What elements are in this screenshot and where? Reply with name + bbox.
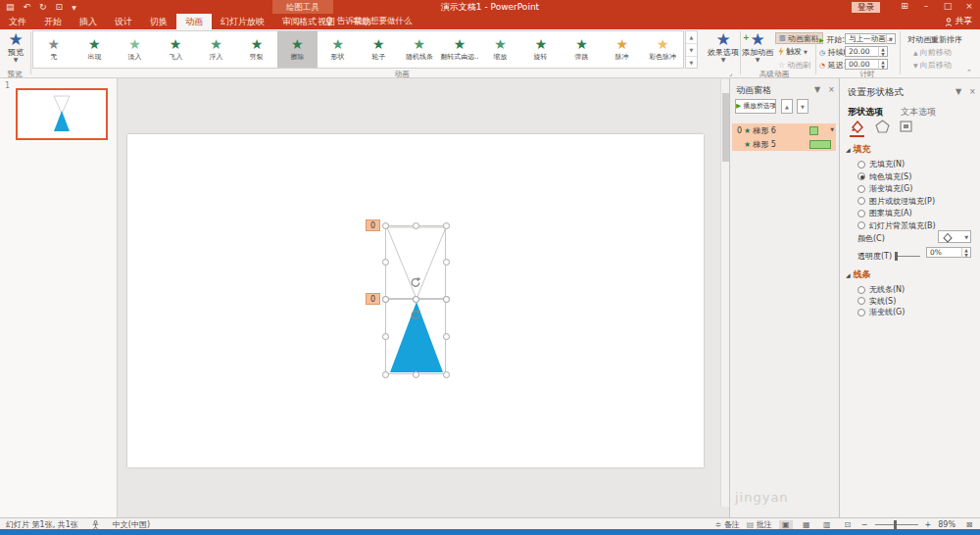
selection-handle[interactable] bbox=[413, 222, 419, 229]
zoom-level[interactable]: 89% bbox=[938, 520, 956, 529]
language-indicator[interactable]: 中文(中国) bbox=[113, 519, 150, 530]
zoom-in-icon[interactable]: + bbox=[925, 520, 932, 529]
gallery-scroll-up-icon[interactable]: ▲ bbox=[686, 31, 697, 44]
selection-handle[interactable] bbox=[382, 259, 389, 266]
preview-button[interactable]: ★ 预览 ▼ bbox=[2, 31, 29, 63]
collapse-ribbon-icon[interactable]: ⌃ bbox=[966, 69, 972, 76]
reorder-down-button[interactable]: ▼ bbox=[797, 99, 808, 114]
play-selected-button[interactable]: ▶ 播放所选项 bbox=[735, 99, 776, 114]
fit-to-window-icon[interactable]: ⊠ bbox=[962, 520, 976, 529]
normal-view-button[interactable]: ▣ bbox=[779, 520, 793, 529]
gallery-scroll-down-icon[interactable]: ▼ bbox=[686, 44, 697, 57]
transparency-slider-thumb[interactable] bbox=[895, 252, 898, 261]
duration-spinner[interactable]: ▲▼ bbox=[878, 47, 887, 57]
fill-option[interactable]: 纯色填充(S) bbox=[858, 171, 911, 182]
tab-幻灯片放映[interactable]: 幻灯片放映 bbox=[212, 14, 273, 29]
gallery-more-icon[interactable]: ▼ bbox=[686, 57, 697, 69]
animation-effect-形状[interactable]: ★形状 bbox=[318, 31, 358, 68]
rotate-handle-icon[interactable] bbox=[410, 309, 421, 320]
trigger-button[interactable]: 触发▼ bbox=[778, 46, 808, 57]
animation-effect-劈裂[interactable]: ★劈裂 bbox=[236, 31, 276, 68]
animation-effect-弹跳[interactable]: ★弹跳 bbox=[562, 31, 602, 68]
animation-effect-彩色脉冲[interactable]: ★彩色脉冲 bbox=[643, 31, 683, 68]
comments-button[interactable]: ▤ 批注 bbox=[747, 519, 772, 530]
fill-line-icon[interactable] bbox=[850, 120, 864, 137]
fill-option[interactable]: 图片或纹理填充(P) bbox=[858, 196, 935, 207]
tab-设计[interactable]: 设计 bbox=[106, 14, 141, 29]
slide-sorter-view-button[interactable]: ▦ bbox=[800, 520, 813, 529]
tab-开始[interactable]: 开始 bbox=[35, 14, 71, 29]
item-dropdown-caret[interactable]: ▼ bbox=[830, 126, 834, 132]
pane-close-icon[interactable]: × bbox=[828, 85, 835, 94]
customize-qat-icon[interactable]: ▼ bbox=[72, 4, 76, 11]
animation-effect-旋转[interactable]: ★旋转 bbox=[520, 31, 561, 68]
start-value-dropdown[interactable]: 与上一动画... ▼ bbox=[845, 33, 896, 44]
animation-effect-飞入[interactable]: ★飞入 bbox=[155, 31, 195, 68]
animation-effect-淡入[interactable]: ★淡入 bbox=[115, 31, 155, 68]
line-option[interactable]: 无线条(N) bbox=[858, 284, 905, 295]
tell-me-box[interactable]: 告诉我你想要做什么 bbox=[325, 14, 413, 29]
fill-option[interactable]: 渐变填充(G) bbox=[858, 183, 912, 194]
sign-in-button[interactable]: 登录 bbox=[852, 2, 880, 13]
transparency-slider[interactable] bbox=[895, 256, 920, 257]
selection-handle[interactable] bbox=[382, 333, 389, 340]
tab-text-options[interactable]: 文本选项 bbox=[901, 106, 936, 119]
add-animation-button[interactable]: ★+ 添加动画 ▼ bbox=[742, 31, 773, 63]
animation-list-item[interactable]: ★梯形 5 bbox=[732, 137, 836, 151]
delay-spinner[interactable]: ▲▼ bbox=[878, 60, 887, 70]
reading-view-button[interactable]: ▥ bbox=[820, 520, 834, 529]
tab-动画[interactable]: 动画 bbox=[176, 14, 212, 29]
selection-handle[interactable] bbox=[443, 259, 450, 266]
tab-切换[interactable]: 切换 bbox=[141, 14, 176, 29]
fill-option[interactable]: 幻灯片背景填充(B) bbox=[858, 220, 936, 231]
animation-effect-无[interactable]: ★无 bbox=[33, 31, 74, 68]
tab-文件[interactable]: 文件 bbox=[0, 14, 35, 29]
selection-handle[interactable] bbox=[382, 222, 389, 229]
color-picker-button[interactable]: ▼ bbox=[938, 230, 971, 243]
share-button[interactable]: 共享 bbox=[945, 14, 972, 29]
triangle-outline-shape[interactable] bbox=[386, 226, 447, 300]
fill-option[interactable]: 图案填充(A) bbox=[858, 208, 912, 219]
reorder-up-button[interactable]: ▲ bbox=[781, 99, 793, 114]
transparency-spinbox[interactable]: 0% ▲▼ bbox=[926, 247, 971, 258]
selection-handle[interactable] bbox=[382, 296, 389, 303]
selection-handle[interactable] bbox=[443, 333, 450, 340]
move-later-button[interactable]: ▼ 向后移动 bbox=[913, 60, 952, 71]
effect-options-button[interactable]: ★ 效果选项 ▼ bbox=[708, 31, 739, 63]
tab-shape-options[interactable]: 形状选项 bbox=[848, 106, 883, 119]
delay-spinbox[interactable]: 00.00 ▲▼ bbox=[845, 59, 888, 70]
accessibility-icon[interactable] bbox=[92, 520, 99, 529]
tab-插入[interactable]: 插入 bbox=[71, 14, 106, 29]
format-pane-dropdown-icon[interactable]: ▼ bbox=[956, 87, 961, 96]
animation-effect-浮入[interactable]: ★浮入 bbox=[196, 31, 236, 68]
animation-effect-缩放[interactable]: ★缩放 bbox=[480, 31, 520, 68]
ribbon-display-options-icon[interactable]: ⊞ bbox=[894, 0, 915, 14]
close-icon[interactable]: × bbox=[958, 0, 980, 14]
windows-taskbar[interactable] bbox=[0, 529, 980, 535]
fill-option[interactable]: 无填充(N) bbox=[858, 159, 905, 170]
selection-handle[interactable] bbox=[413, 296, 419, 303]
tab-format[interactable]: 格式 bbox=[290, 14, 325, 29]
rotate-handle-icon[interactable] bbox=[410, 276, 421, 288]
selection-handle[interactable] bbox=[443, 371, 450, 378]
maximize-icon[interactable]: □ bbox=[937, 0, 958, 14]
vertical-scrollbar[interactable] bbox=[720, 79, 729, 507]
redo-icon[interactable]: ↻ bbox=[39, 2, 47, 12]
animation-dialog-launcher-icon[interactable]: ⌟ bbox=[729, 70, 737, 77]
minimize-icon[interactable]: – bbox=[915, 0, 937, 14]
effects-icon[interactable] bbox=[875, 120, 890, 133]
selection-handle[interactable] bbox=[443, 296, 450, 303]
start-dropdown-caret[interactable]: ▼ bbox=[886, 34, 895, 44]
animation-effect-脉冲[interactable]: ★脉冲 bbox=[602, 31, 642, 68]
zoom-slider[interactable] bbox=[875, 524, 918, 525]
selection-handle[interactable] bbox=[382, 371, 389, 378]
selection-handle[interactable] bbox=[413, 371, 419, 378]
selection-handle[interactable] bbox=[443, 222, 450, 229]
size-properties-icon[interactable] bbox=[899, 120, 913, 133]
animation-effect-翻转式由远..[interactable]: ★翻转式由远.. bbox=[439, 31, 479, 68]
zoom-slider-thumb[interactable] bbox=[894, 520, 897, 529]
animation-order-badge[interactable]: 0 bbox=[366, 219, 380, 231]
line-option[interactable]: 渐变线(G) bbox=[858, 307, 905, 317]
duration-spinbox[interactable]: 20.00 ▲▼ bbox=[845, 46, 888, 57]
animation-effect-轮子[interactable]: ★轮子 bbox=[359, 31, 399, 68]
